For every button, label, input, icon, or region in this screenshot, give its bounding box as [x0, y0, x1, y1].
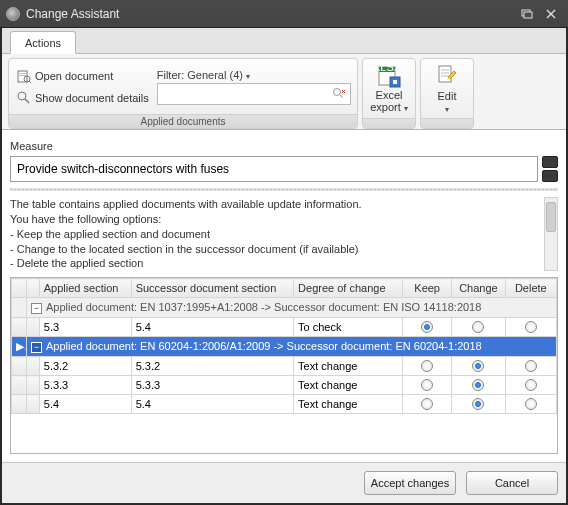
show-document-details-button[interactable]: Show document details — [15, 89, 151, 107]
excel-export-button[interactable]: XLSX Excel export ▾ — [365, 61, 413, 115]
excel-icon: XLSX — [376, 63, 402, 89]
svg-point-11 — [334, 88, 341, 95]
measure-next-button[interactable] — [542, 170, 558, 182]
tab-strip: Actions — [2, 28, 566, 54]
filter-search-input[interactable] — [162, 88, 332, 100]
cell-successor: 5.3.2 — [131, 357, 293, 376]
cell-degree: Text change — [294, 395, 403, 414]
window-close-button[interactable] — [540, 5, 562, 23]
radio-delete[interactable] — [525, 360, 537, 372]
svg-line-12 — [340, 95, 343, 98]
cell-successor: 5.3.3 — [131, 376, 293, 395]
cell-successor: 5.4 — [131, 318, 293, 337]
svg-rect-1 — [524, 12, 532, 18]
svg-line-10 — [25, 99, 29, 103]
excel-export-label: Excel export — [370, 89, 402, 113]
cell-degree: To check — [294, 318, 403, 337]
window-title: Change Assistant — [26, 7, 514, 21]
document-details-icon — [17, 91, 31, 105]
show-document-details-label: Show document details — [35, 92, 149, 104]
filter-label: Filter: General (4) — [157, 69, 243, 81]
change-grid: Applied section Successor document secti… — [10, 277, 558, 454]
svg-text:XLSX: XLSX — [376, 63, 402, 73]
radio-change[interactable] — [472, 398, 484, 410]
dialog-footer: Accept changes Cancel — [2, 462, 566, 503]
grid-data-row[interactable]: 5.4 5.4 Text change — [12, 395, 557, 414]
grid-group-row[interactable]: ▶−Applied document: EN 60204-1:2006/A1:2… — [12, 337, 557, 357]
edit-button[interactable]: Edit ▾ — [423, 61, 471, 116]
ribbon-group-applied-documents: Open document Show document details Filt… — [8, 58, 358, 129]
chevron-down-icon: ▾ — [404, 104, 408, 113]
grid-header-row: Applied section Successor document secti… — [12, 279, 557, 298]
edit-label: Edit — [438, 90, 457, 102]
filter-dropdown[interactable]: Filter: General (4) ▾ — [157, 69, 351, 81]
collapse-icon[interactable]: − — [31, 342, 42, 353]
svg-point-9 — [18, 92, 26, 100]
radio-change[interactable] — [472, 321, 484, 333]
col-degree[interactable]: Degree of change — [294, 279, 403, 298]
info-text: The table contains applied documents wit… — [10, 197, 540, 271]
ribbon-group-excel: XLSX Excel export ▾ — [362, 58, 416, 129]
title-bar: Change Assistant — [0, 0, 568, 28]
svg-rect-5 — [19, 73, 26, 74]
col-applied[interactable]: Applied section — [39, 279, 131, 298]
radio-change[interactable] — [472, 360, 484, 372]
svg-line-8 — [29, 81, 31, 83]
radio-delete[interactable] — [525, 321, 537, 333]
radio-delete[interactable] — [525, 398, 537, 410]
ribbon: Open document Show document details Filt… — [2, 54, 566, 130]
radio-keep[interactable] — [421, 398, 433, 410]
col-successor[interactable]: Successor document section — [131, 279, 293, 298]
chevron-down-icon: ▾ — [445, 105, 449, 114]
grid-data-row[interactable]: 5.3 5.4 To check — [12, 318, 557, 337]
group-title: Applied document: EN 1037:1995+A1:2008 -… — [46, 301, 481, 313]
cancel-button[interactable]: Cancel — [466, 471, 558, 495]
window-float-button[interactable] — [516, 5, 538, 23]
edit-icon — [434, 63, 460, 89]
cell-degree: Text change — [294, 376, 403, 395]
svg-rect-6 — [19, 75, 26, 76]
open-document-button[interactable]: Open document — [15, 67, 151, 85]
cell-degree: Text change — [294, 357, 403, 376]
col-change[interactable]: Change — [452, 279, 505, 298]
accept-changes-button[interactable]: Accept changes — [364, 471, 456, 495]
chevron-down-icon: ▾ — [246, 72, 250, 81]
ribbon-group-edit: Edit ▾ — [420, 58, 474, 129]
grid-group-row[interactable]: −Applied document: EN 1037:1995+A1:2008 … — [12, 298, 557, 318]
radio-keep[interactable] — [421, 379, 433, 391]
open-document-icon — [17, 69, 31, 83]
info-scrollbar[interactable] — [544, 197, 558, 271]
filter-clear-icon[interactable] — [332, 87, 346, 101]
grid-data-row[interactable]: 5.3.2 5.3.2 Text change — [12, 357, 557, 376]
collapse-icon[interactable]: − — [31, 303, 42, 314]
measure-prev-button[interactable] — [542, 156, 558, 168]
col-keep[interactable]: Keep — [403, 279, 452, 298]
app-logo-icon — [6, 7, 20, 21]
radio-keep[interactable] — [421, 321, 433, 333]
measure-label: Measure — [10, 140, 558, 152]
svg-rect-20 — [439, 66, 451, 82]
radio-delete[interactable] — [525, 379, 537, 391]
cell-successor: 5.4 — [131, 395, 293, 414]
open-document-label: Open document — [35, 70, 113, 82]
col-delete[interactable]: Delete — [505, 279, 556, 298]
measure-input[interactable] — [10, 156, 538, 182]
svg-rect-19 — [393, 80, 397, 84]
ribbon-group-footer-applied: Applied documents — [9, 114, 357, 128]
cell-applied: 5.3.2 — [39, 357, 131, 376]
radio-keep[interactable] — [421, 360, 433, 372]
cell-applied: 5.3.3 — [39, 376, 131, 395]
radio-change[interactable] — [472, 379, 484, 391]
tab-actions[interactable]: Actions — [10, 31, 76, 54]
cell-applied: 5.3 — [39, 318, 131, 337]
grid-data-row[interactable]: 5.3.3 5.3.3 Text change — [12, 376, 557, 395]
splitter[interactable] — [10, 188, 558, 191]
filter-search[interactable] — [157, 83, 351, 105]
group-title: Applied document: EN 60204-1:2006/A1:200… — [46, 340, 482, 352]
cell-applied: 5.4 — [39, 395, 131, 414]
